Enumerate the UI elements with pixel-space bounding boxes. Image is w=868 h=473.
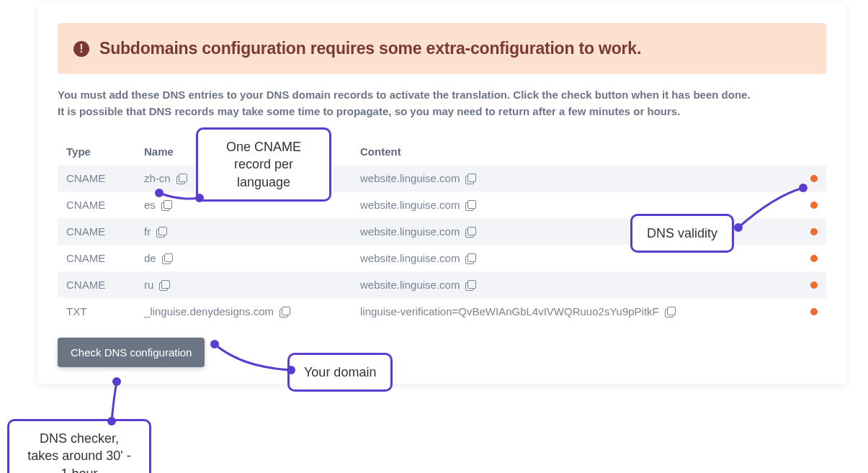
status-dot [810, 228, 818, 235]
copy-icon[interactable] [159, 280, 169, 290]
copy-icon[interactable] [465, 227, 475, 237]
check-dns-button[interactable]: Check DNS configuration [58, 338, 205, 367]
table-header: Type Name Content [58, 138, 826, 165]
cell-name: de [144, 252, 156, 264]
copy-icon[interactable] [279, 307, 290, 317]
cell-name: zh-cn [144, 172, 171, 184]
header-type: Type [66, 145, 144, 158]
status-dot [810, 281, 818, 289]
dns-config-panel: Subdomains configuration requires some e… [37, 3, 846, 384]
status-dot [810, 202, 818, 209]
cell-type: TXT [66, 305, 144, 317]
annotation-cname: One CNAME record per language [196, 127, 331, 202]
status-dot [810, 255, 818, 262]
table-row: CNAME ru website.linguise.com [58, 271, 826, 298]
cell-type: CNAME [66, 172, 144, 184]
annotation-checker: DNS checker, takes around 30' - 1 hour [7, 419, 151, 473]
table-row: CNAME zh-cn website.linguise.com [58, 165, 826, 192]
copy-icon[interactable] [156, 227, 166, 237]
status-dot [810, 175, 818, 182]
status-dot [810, 308, 818, 315]
annotation-domain: Your domain [287, 353, 393, 392]
description-line-1: You must add these DNS entries to your D… [58, 87, 826, 104]
copy-icon[interactable] [465, 174, 475, 184]
description: You must add these DNS entries to your D… [58, 87, 826, 120]
annotation-validity: DNS validity [630, 214, 734, 253]
copy-icon[interactable] [161, 200, 171, 210]
table-row: TXT _linguise.denydesigns.com linguise-v… [58, 298, 826, 325]
alert-icon [73, 41, 89, 57]
copy-icon[interactable] [176, 174, 187, 184]
cell-type: CNAME [66, 279, 144, 291]
cell-name: ru [144, 279, 153, 291]
cell-name: fr [144, 225, 151, 238]
cell-content: website.linguise.com [360, 172, 460, 184]
header-content: Content [360, 145, 789, 158]
cell-name: _linguise.denydesigns.com [144, 305, 274, 317]
cell-content: website.linguise.com [360, 225, 460, 238]
cell-type: CNAME [66, 252, 144, 264]
cell-type: CNAME [66, 225, 144, 238]
cell-name: es [144, 199, 156, 211]
alert-text: Subdomains configuration requires some e… [99, 39, 641, 58]
description-line-2: It is possible that DNS records may take… [58, 104, 826, 120]
cell-content: linguise-verification=QvBeWIAnGbL4vIVWQR… [360, 305, 659, 317]
copy-icon[interactable] [465, 253, 475, 263]
copy-icon[interactable] [465, 200, 475, 210]
copy-icon[interactable] [162, 253, 172, 263]
cell-content: website.linguise.com [360, 252, 460, 264]
copy-icon[interactable] [665, 307, 675, 317]
alert-banner: Subdomains configuration requires some e… [58, 23, 826, 74]
cell-content: website.linguise.com [360, 199, 460, 211]
cell-type: CNAME [66, 199, 144, 211]
cell-content: website.linguise.com [360, 279, 460, 291]
copy-icon[interactable] [465, 280, 475, 290]
